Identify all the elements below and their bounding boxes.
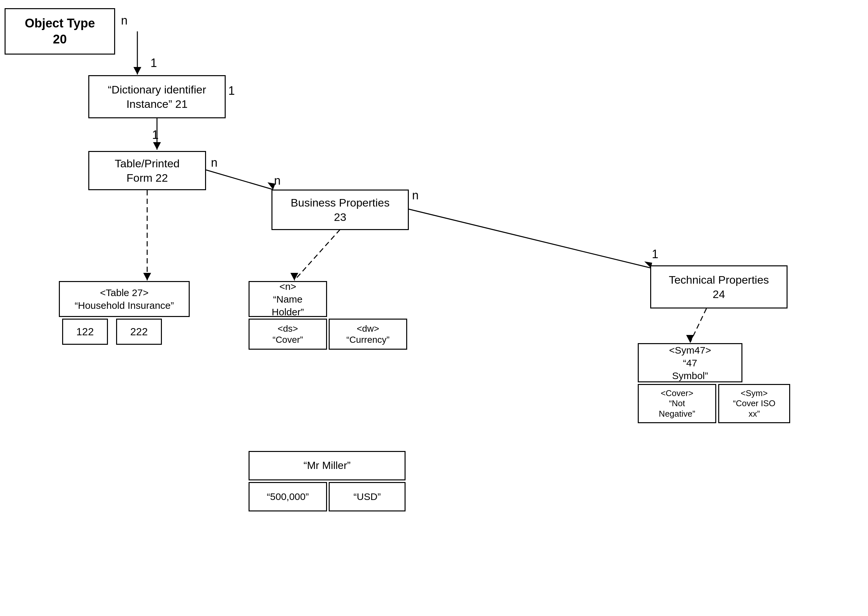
val-122-label: 122 — [76, 325, 93, 338]
sym47-label: <Sym47> “47 Symbol” — [669, 344, 711, 382]
mr-miller-label: “Mr Miller” — [304, 459, 351, 473]
sym47-node: <Sym47> “47 Symbol” — [638, 343, 742, 382]
val-500000-node: “500,000” — [249, 482, 327, 511]
mr-miller-node: “Mr Miller” — [249, 451, 406, 480]
svg-text:n: n — [412, 189, 419, 202]
val-usd-label: “USD” — [354, 491, 381, 503]
sym-cover-iso-label: <Sym> “Cover ISO xx” — [733, 388, 775, 419]
svg-text:1: 1 — [152, 128, 159, 141]
svg-marker-7 — [153, 142, 161, 150]
table-form-node: Table/Printed Form 22 — [88, 151, 206, 190]
table27-label: <Table 27> “Household Insurance” — [74, 286, 174, 312]
svg-marker-11 — [268, 182, 276, 190]
dict-instance-label: “Dictionary identifier Instance” 21 — [108, 82, 206, 111]
val-222-node: 222 — [116, 319, 162, 345]
svg-text:1: 1 — [652, 247, 658, 261]
svg-line-10 — [206, 170, 273, 190]
svg-marker-21 — [686, 335, 694, 343]
svg-text:1: 1 — [228, 84, 235, 97]
svg-line-20 — [690, 308, 706, 343]
business-props-label: Business Properties 23 — [291, 195, 389, 224]
svg-marker-19 — [290, 273, 298, 280]
svg-text:n: n — [274, 174, 280, 187]
business-props-node: Business Properties 23 — [271, 190, 409, 230]
val-122-node: 122 — [62, 319, 108, 345]
name-holder-label: <n> “Name Holder” — [272, 280, 304, 318]
svg-text:n: n — [211, 156, 217, 169]
svg-marker-3 — [134, 67, 141, 74]
object-type-node: Object Type 20 — [5, 8, 115, 55]
svg-text:n: n — [121, 14, 128, 27]
svg-marker-17 — [143, 273, 151, 280]
technical-props-node: Technical Properties 24 — [650, 266, 788, 308]
technical-props-label: Technical Properties 24 — [669, 273, 769, 301]
diagram: n 1 1 1 n n n 1 — [0, 0, 868, 616]
cover-not-neg-node: <Cover> “Not Negative” — [638, 384, 716, 423]
val-usd-node: “USD” — [329, 482, 406, 511]
name-holder-node: <n> “Name Holder” — [249, 281, 327, 317]
val-500000-label: “500,000” — [267, 491, 309, 503]
svg-line-14 — [409, 209, 651, 268]
table-form-label: Table/Printed Form 22 — [115, 156, 180, 185]
ds-cover-node: <ds> “Cover” — [249, 319, 327, 350]
dw-currency-node: <dw> “Currency” — [329, 319, 407, 350]
dict-instance-node: “Dictionary identifier Instance” 21 — [88, 75, 226, 118]
val-222-label: 222 — [130, 325, 148, 338]
table27-node: <Table 27> “Household Insurance” — [59, 281, 190, 317]
dw-currency-label: <dw> “Currency” — [347, 323, 389, 345]
object-type-label: Object Type 20 — [25, 15, 95, 48]
sym-cover-iso-node: <Sym> “Cover ISO xx” — [718, 384, 790, 423]
svg-text:1: 1 — [150, 56, 157, 70]
ds-cover-label: <ds> “Cover” — [273, 323, 303, 345]
cover-not-neg-label: <Cover> “Not Negative” — [659, 388, 695, 419]
svg-line-18 — [295, 229, 340, 280]
